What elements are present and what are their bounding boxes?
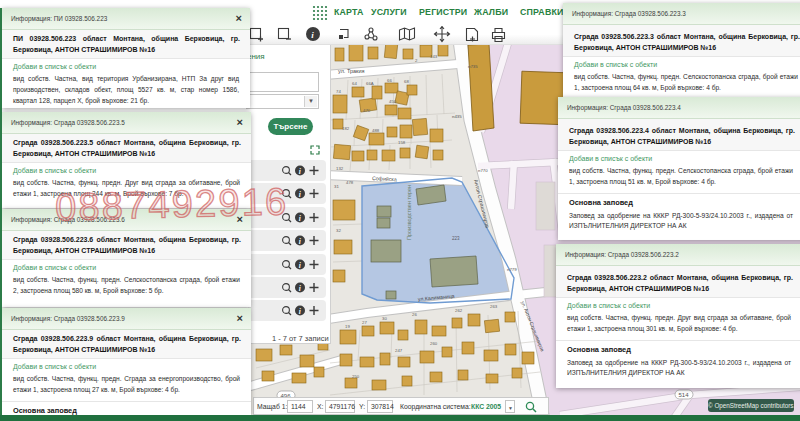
svg-text:488: 488: [372, 128, 380, 133]
svg-text:263: 263: [490, 304, 498, 309]
svg-text:514: 514: [679, 392, 690, 398]
svg-text:182: 182: [342, 126, 350, 131]
svg-text:247: 247: [395, 348, 403, 353]
svg-text:32: 32: [336, 228, 341, 233]
svg-text:26: 26: [412, 312, 417, 317]
svg-text:27: 27: [362, 320, 367, 325]
svg-text:п735: п735: [468, 64, 478, 69]
svg-text:143: 143: [430, 54, 438, 59]
svg-text:158: 158: [398, 140, 406, 145]
svg-text:66: 66: [387, 78, 392, 83]
svg-text:68: 68: [404, 79, 409, 84]
svg-text:п770: п770: [478, 168, 488, 173]
svg-text:ул. Тракия: ул. Тракия: [338, 68, 365, 74]
svg-text:74: 74: [336, 89, 341, 94]
svg-text:п435: п435: [452, 114, 462, 119]
svg-text:250: 250: [352, 374, 360, 379]
svg-text:Производствен терен: Производствен терен: [406, 185, 412, 240]
svg-text:66А: 66А: [366, 81, 374, 86]
svg-text:30: 30: [382, 316, 387, 321]
svg-text:п779: п779: [507, 267, 517, 272]
svg-text:64: 64: [352, 81, 357, 86]
svg-text:478: 478: [346, 180, 354, 185]
svg-text:470: 470: [363, 108, 371, 113]
svg-text:260: 260: [430, 341, 438, 346]
svg-text:223: 223: [452, 236, 460, 241]
svg-text:31: 31: [334, 184, 339, 189]
svg-text:450: 450: [389, 99, 397, 104]
svg-text:262: 262: [455, 308, 463, 313]
svg-text:19: 19: [345, 324, 350, 329]
svg-text:132: 132: [336, 166, 344, 171]
